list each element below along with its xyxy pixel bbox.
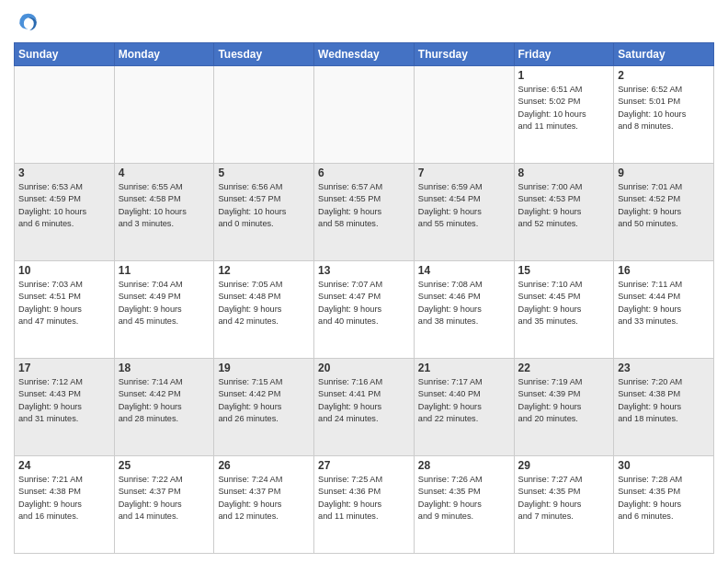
calendar-cell: 5Sunrise: 6:56 AMSunset: 4:57 PMDaylight…	[214, 164, 314, 261]
calendar-cell: 27Sunrise: 7:25 AMSunset: 4:36 PMDayligh…	[314, 456, 415, 554]
calendar-cell: 24Sunrise: 7:21 AMSunset: 4:38 PMDayligh…	[15, 456, 115, 554]
day-info: Sunrise: 7:21 AMSunset: 4:38 PMDaylight:…	[18, 474, 110, 523]
day-number: 25	[119, 459, 210, 472]
logo	[14, 9, 43, 35]
day-info: Sunrise: 7:05 AMSunset: 4:48 PMDaylight:…	[218, 279, 310, 327]
day-info: Sunrise: 7:20 AMSunset: 4:38 PMDaylight:…	[618, 376, 710, 425]
calendar-week-row: 1Sunrise: 6:51 AMSunset: 5:02 PMDaylight…	[15, 66, 714, 164]
day-number: 13	[318, 264, 410, 277]
day-number: 24	[18, 459, 110, 472]
day-number: 26	[218, 459, 310, 472]
day-info: Sunrise: 7:04 AMSunset: 4:49 PMDaylight:…	[119, 279, 210, 327]
calendar-cell	[214, 66, 314, 164]
calendar-cell: 21Sunrise: 7:17 AMSunset: 4:40 PMDayligh…	[414, 359, 514, 456]
day-info: Sunrise: 7:22 AMSunset: 4:37 PMDaylight:…	[119, 474, 210, 523]
day-info: Sunrise: 7:25 AMSunset: 4:36 PMDaylight:…	[318, 474, 410, 523]
calendar-cell	[414, 66, 514, 164]
day-info: Sunrise: 7:15 AMSunset: 4:42 PMDaylight:…	[218, 376, 310, 425]
calendar-cell: 7Sunrise: 6:59 AMSunset: 4:54 PMDaylight…	[414, 164, 514, 261]
calendar-cell: 10Sunrise: 7:03 AMSunset: 4:51 PMDayligh…	[15, 261, 115, 359]
calendar-cell: 28Sunrise: 7:26 AMSunset: 4:35 PMDayligh…	[414, 456, 514, 554]
day-info: Sunrise: 7:24 AMSunset: 4:37 PMDaylight:…	[218, 474, 310, 523]
calendar-header-monday: Monday	[114, 43, 214, 66]
day-info: Sunrise: 7:08 AMSunset: 4:46 PMDaylight:…	[418, 279, 510, 327]
day-info: Sunrise: 6:57 AMSunset: 4:55 PMDaylight:…	[318, 181, 410, 230]
calendar-cell: 20Sunrise: 7:16 AMSunset: 4:41 PMDayligh…	[314, 359, 415, 456]
calendar-cell: 19Sunrise: 7:15 AMSunset: 4:42 PMDayligh…	[214, 359, 314, 456]
calendar-cell	[114, 66, 214, 164]
calendar-week-row: 17Sunrise: 7:12 AMSunset: 4:43 PMDayligh…	[15, 359, 714, 456]
calendar-week-row: 3Sunrise: 6:53 AMSunset: 4:59 PMDaylight…	[15, 164, 714, 261]
day-info: Sunrise: 7:19 AMSunset: 4:39 PMDaylight:…	[518, 376, 610, 425]
calendar-header-thursday: Thursday	[414, 43, 514, 66]
calendar-header-friday: Friday	[514, 43, 614, 66]
calendar-cell: 12Sunrise: 7:05 AMSunset: 4:48 PMDayligh…	[214, 261, 314, 359]
day-number: 4	[119, 167, 210, 179]
day-number: 7	[418, 167, 510, 179]
day-number: 11	[119, 264, 210, 277]
calendar-cell: 16Sunrise: 7:11 AMSunset: 4:44 PMDayligh…	[614, 261, 714, 359]
calendar-cell: 23Sunrise: 7:20 AMSunset: 4:38 PMDayligh…	[614, 359, 714, 456]
calendar-cell: 2Sunrise: 6:52 AMSunset: 5:01 PMDaylight…	[614, 66, 714, 164]
day-number: 2	[618, 69, 710, 82]
day-info: Sunrise: 7:14 AMSunset: 4:42 PMDaylight:…	[119, 376, 210, 425]
day-number: 16	[618, 264, 710, 277]
calendar-header-wednesday: Wednesday	[314, 43, 415, 66]
calendar-header-saturday: Saturday	[614, 43, 714, 66]
day-info: Sunrise: 7:03 AMSunset: 4:51 PMDaylight:…	[18, 279, 110, 327]
day-number: 15	[518, 264, 610, 277]
calendar-week-row: 10Sunrise: 7:03 AMSunset: 4:51 PMDayligh…	[15, 261, 714, 359]
calendar-cell: 3Sunrise: 6:53 AMSunset: 4:59 PMDaylight…	[15, 164, 115, 261]
day-number: 17	[18, 362, 110, 374]
day-info: Sunrise: 7:07 AMSunset: 4:47 PMDaylight:…	[318, 279, 410, 327]
page: SundayMondayTuesdayWednesdayThursdayFrid…	[0, 0, 728, 563]
day-number: 28	[418, 459, 510, 472]
day-info: Sunrise: 7:16 AMSunset: 4:41 PMDaylight:…	[318, 376, 410, 425]
calendar-header-row: SundayMondayTuesdayWednesdayThursdayFrid…	[15, 43, 714, 66]
day-number: 8	[518, 167, 610, 179]
calendar-header-sunday: Sunday	[15, 43, 115, 66]
day-number: 19	[218, 362, 310, 374]
day-info: Sunrise: 6:59 AMSunset: 4:54 PMDaylight:…	[418, 181, 510, 230]
day-number: 10	[18, 264, 110, 277]
day-info: Sunrise: 6:56 AMSunset: 4:57 PMDaylight:…	[218, 181, 310, 230]
calendar-cell: 9Sunrise: 7:01 AMSunset: 4:52 PMDaylight…	[614, 164, 714, 261]
day-number: 18	[119, 362, 210, 374]
calendar-cell: 22Sunrise: 7:19 AMSunset: 4:39 PMDayligh…	[514, 359, 614, 456]
calendar-cell: 11Sunrise: 7:04 AMSunset: 4:49 PMDayligh…	[114, 261, 214, 359]
day-number: 27	[318, 459, 410, 472]
calendar-cell: 13Sunrise: 7:07 AMSunset: 4:47 PMDayligh…	[314, 261, 415, 359]
calendar: SundayMondayTuesdayWednesdayThursdayFrid…	[14, 42, 714, 554]
logo-icon	[14, 9, 40, 35]
day-number: 20	[318, 362, 410, 374]
calendar-cell: 18Sunrise: 7:14 AMSunset: 4:42 PMDayligh…	[114, 359, 214, 456]
calendar-cell: 25Sunrise: 7:22 AMSunset: 4:37 PMDayligh…	[114, 456, 214, 554]
day-info: Sunrise: 7:27 AMSunset: 4:35 PMDaylight:…	[518, 474, 610, 523]
day-number: 30	[618, 459, 710, 472]
day-number: 23	[618, 362, 710, 374]
calendar-cell: 26Sunrise: 7:24 AMSunset: 4:37 PMDayligh…	[214, 456, 314, 554]
calendar-cell: 1Sunrise: 6:51 AMSunset: 5:02 PMDaylight…	[514, 66, 614, 164]
day-info: Sunrise: 7:01 AMSunset: 4:52 PMDaylight:…	[618, 181, 710, 230]
day-number: 14	[418, 264, 510, 277]
day-number: 3	[18, 167, 110, 179]
day-info: Sunrise: 7:28 AMSunset: 4:35 PMDaylight:…	[618, 474, 710, 523]
day-info: Sunrise: 7:12 AMSunset: 4:43 PMDaylight:…	[18, 376, 110, 425]
calendar-cell: 8Sunrise: 7:00 AMSunset: 4:53 PMDaylight…	[514, 164, 614, 261]
day-info: Sunrise: 7:10 AMSunset: 4:45 PMDaylight:…	[518, 279, 610, 327]
day-number: 29	[518, 459, 610, 472]
day-number: 22	[518, 362, 610, 374]
day-number: 5	[218, 167, 310, 179]
day-info: Sunrise: 6:53 AMSunset: 4:59 PMDaylight:…	[18, 181, 110, 230]
day-number: 12	[218, 264, 310, 277]
calendar-header-tuesday: Tuesday	[214, 43, 314, 66]
day-number: 6	[318, 167, 410, 179]
calendar-cell: 17Sunrise: 7:12 AMSunset: 4:43 PMDayligh…	[15, 359, 115, 456]
calendar-cell: 6Sunrise: 6:57 AMSunset: 4:55 PMDaylight…	[314, 164, 415, 261]
day-info: Sunrise: 7:00 AMSunset: 4:53 PMDaylight:…	[518, 181, 610, 230]
day-info: Sunrise: 7:17 AMSunset: 4:40 PMDaylight:…	[418, 376, 510, 425]
calendar-cell: 14Sunrise: 7:08 AMSunset: 4:46 PMDayligh…	[414, 261, 514, 359]
day-info: Sunrise: 6:52 AMSunset: 5:01 PMDaylight:…	[618, 84, 710, 132]
day-info: Sunrise: 7:11 AMSunset: 4:44 PMDaylight:…	[618, 279, 710, 327]
calendar-cell: 30Sunrise: 7:28 AMSunset: 4:35 PMDayligh…	[614, 456, 714, 554]
